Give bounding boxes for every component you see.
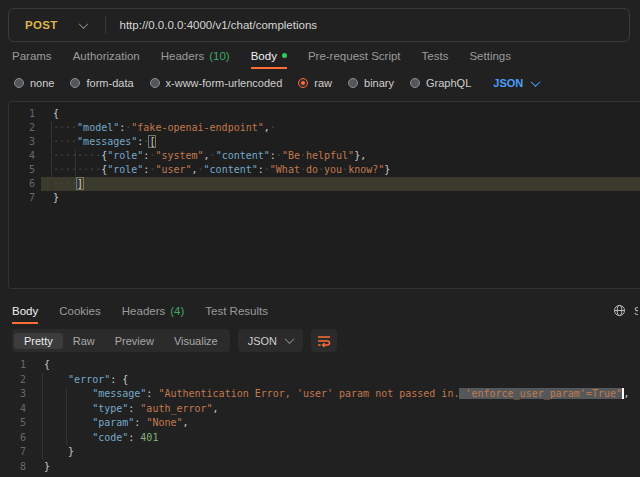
body-mode-form-data[interactable]: form-data <box>70 77 133 89</box>
code-token: : <box>134 417 146 428</box>
indent-guide <box>75 149 76 177</box>
request-body-editor[interactable]: 1{2····"model":·"fake-openai-endpoint",·… <box>8 101 640 289</box>
code-token: ········ <box>53 150 101 161</box>
code-line[interactable]: 3 "message": "Authentication Error, 'use… <box>0 387 640 402</box>
tab-body[interactable]: Body <box>251 42 287 69</box>
response-view-switch: Pretty Raw Preview Visualize <box>12 329 230 352</box>
unsaved-dot-icon <box>282 53 287 58</box>
response-code-lines: 1{2 "error": {3 "message": "Authenticati… <box>0 358 640 474</box>
line-number: 3 <box>9 135 41 149</box>
line-number: 4 <box>0 402 32 417</box>
code-line[interactable]: 1{ <box>9 107 640 121</box>
code-token: "user" <box>155 164 191 175</box>
code-token: "fake-openai-endpoint" <box>131 122 263 133</box>
code-token: } <box>44 446 74 457</box>
code-line[interactable]: 8} <box>0 460 640 475</box>
code-line[interactable]: 4········{"role":·"system",·"content":·"… <box>9 149 640 163</box>
code-line[interactable]: 6 "code": 401 <box>0 431 640 446</box>
tab-response-headers[interactable]: Headers(4) <box>122 297 185 324</box>
request-code-lines: 1{2····"model":·"fake-openai-endpoint",·… <box>9 107 640 205</box>
indent-guide <box>51 121 52 191</box>
radio-icon <box>14 78 24 88</box>
code-token: 401 <box>140 432 158 443</box>
request-language-selector[interactable]: JSON <box>493 77 539 89</box>
code-line[interactable]: 5 "param": "None", <box>0 416 640 431</box>
code-token: "Be <box>282 150 300 161</box>
code-token: , <box>624 388 630 399</box>
line-number: 1 <box>9 107 41 121</box>
code-token <box>44 432 92 443</box>
code-token: "code" <box>92 432 128 443</box>
code-token: } <box>384 164 390 175</box>
code-token: } <box>53 192 59 203</box>
tab-headers[interactable]: Headers(10) <box>161 42 230 69</box>
wrap-text-icon <box>317 335 331 347</box>
tab-params[interactable]: Params <box>12 42 52 69</box>
response-tabs-right: S <box>613 297 640 324</box>
code-token: }, <box>354 150 366 161</box>
headers-count-badge: (10) <box>209 50 229 62</box>
code-token: , <box>183 417 189 428</box>
radio-icon <box>150 78 160 88</box>
tab-authorization[interactable]: Authorization <box>73 42 140 69</box>
line-number: 3 <box>0 387 32 402</box>
code-line[interactable]: 1{ <box>0 358 640 373</box>
code-token: ········ <box>53 164 101 175</box>
response-tabs: Body Cookies Headers(4) Test Results S <box>0 297 640 324</box>
body-mode-raw[interactable]: raw <box>298 77 332 89</box>
code-line[interactable]: 7 } <box>0 445 640 460</box>
body-mode-urlencoded[interactable]: x-www-form-urlencoded <box>150 77 283 89</box>
tab-cookies[interactable]: Cookies <box>59 297 101 324</box>
code-line[interactable]: 2····"model":·"fake-openai-endpoint",· <box>9 121 640 135</box>
tab-test-results[interactable]: Test Results <box>205 297 268 324</box>
code-token: do <box>306 164 318 175</box>
view-pretty[interactable]: Pretty <box>14 333 63 349</box>
tab-response-body[interactable]: Body <box>12 297 38 324</box>
code-token: "None" <box>146 417 182 428</box>
view-preview[interactable]: Preview <box>105 333 164 349</box>
method-selector[interactable]: POST <box>9 19 105 31</box>
body-mode-binary[interactable]: binary <box>348 77 394 89</box>
code-token: "role" <box>107 150 143 161</box>
body-mode-graphql[interactable]: GraphQL <box>410 77 471 89</box>
line-number: 8 <box>0 460 32 475</box>
radio-icon <box>348 78 358 88</box>
code-line[interactable]: 5········{"role":·"user",·"content":·"Wh… <box>9 163 640 177</box>
postman-app: POST http://0.0.0.0:4000/v1/chat/complet… <box>0 0 640 477</box>
selected-text: 'enforce_user_param'=True" <box>459 388 622 399</box>
divider <box>105 16 106 34</box>
code-line[interactable]: 3····"messages":·[ <box>9 135 640 149</box>
globe-icon[interactable] <box>613 304 626 317</box>
code-token <box>44 388 92 399</box>
tab-tests[interactable]: Tests <box>422 42 449 69</box>
response-body-editor[interactable]: 1{2 "error": {3 "message": "Authenticati… <box>0 356 640 474</box>
line-number: 6 <box>0 431 32 446</box>
line-number: 1 <box>0 358 32 373</box>
method-label: POST <box>25 19 58 31</box>
response-language-selector[interactable]: JSON <box>238 329 303 352</box>
code-line[interactable]: 6····] <box>9 177 640 191</box>
code-token: : <box>146 388 158 399</box>
code-line[interactable]: 7} <box>9 191 640 205</box>
body-mode-none[interactable]: none <box>14 77 54 89</box>
view-visualize[interactable]: Visualize <box>164 333 228 349</box>
line-number: 7 <box>0 445 32 460</box>
code-token <box>44 417 92 428</box>
code-token: "content" <box>204 164 258 175</box>
wrap-text-button[interactable] <box>311 329 337 352</box>
url-input[interactable]: http://0.0.0.0:4000/v1/chat/completions <box>120 19 318 31</box>
radio-icon <box>410 78 420 88</box>
code-token: "type" <box>92 403 128 414</box>
code-token: } <box>44 461 50 472</box>
view-raw[interactable]: Raw <box>63 333 105 349</box>
code-token: ···· <box>53 178 77 189</box>
line-number: 5 <box>0 416 32 431</box>
request-url-bar: POST http://0.0.0.0:4000/v1/chat/complet… <box>8 8 630 42</box>
code-token: helpful" <box>306 150 354 161</box>
code-line[interactable]: 2 "error": { <box>0 373 640 388</box>
tab-settings[interactable]: Settings <box>469 42 511 69</box>
code-line[interactable]: 4 "type": "auth_error", <box>0 402 640 417</box>
tab-pre-request-script[interactable]: Pre-request Script <box>308 42 401 69</box>
chevron-down-icon <box>531 77 541 87</box>
code-token: : <box>128 403 140 414</box>
